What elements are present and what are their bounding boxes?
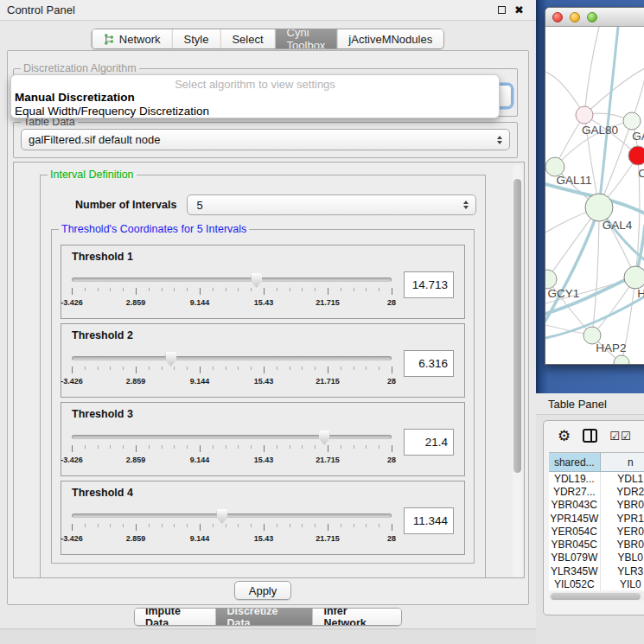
tick-label: 9.144 (190, 456, 210, 464)
network-node-c[interactable] (628, 146, 644, 165)
threshold-slider-1[interactable]: -3.4262.8599.14415.4321.71528 (72, 273, 392, 311)
table-cell: YLR3 (601, 564, 644, 577)
table-data-combobox[interactable]: galFiltered.sif default node (21, 129, 510, 150)
table-cell: YDL1 (601, 472, 644, 485)
minimize-window-icon[interactable] (570, 12, 580, 22)
zoom-window-icon[interactable] (587, 12, 597, 22)
table-row[interactable]: YDR27...YDR2 (549, 485, 644, 498)
network-node[interactable] (614, 355, 629, 365)
table-row[interactable]: YBR045CYBR0 (549, 538, 644, 551)
tab-select[interactable]: Select (220, 29, 275, 48)
control-panel-titlebar: Control Panel ✖ (0, 0, 536, 21)
float-panel-icon[interactable] (498, 6, 506, 14)
table-row[interactable]: YBR043CYBR0 (549, 499, 644, 512)
table-cell: YDR2 (601, 485, 644, 498)
table-row[interactable]: YIL052CYIL0 (549, 577, 644, 590)
right-side: GAL80GACGAL11GAL4GCY1HHAP2 Table Panel ⚙… (536, 0, 644, 644)
network-node-gcy1[interactable] (545, 270, 557, 289)
table-data-group: Table Data galFiltered.sif default node (13, 122, 518, 158)
checkbox-icons[interactable]: ☑☑ (609, 430, 631, 443)
settings-vertical-scrollbar[interactable] (513, 164, 522, 577)
threshold-value-field[interactable]: 6.316 (404, 350, 454, 377)
tab-label: Cyni Toolbox (287, 29, 326, 49)
node-label: GCY1 (548, 287, 580, 300)
tick-label: 9.144 (190, 298, 210, 307)
interval-definition-label: Interval Definition (48, 169, 137, 181)
slider-track[interactable] (72, 513, 392, 518)
table-row[interactable]: YLR345WYLR3 (549, 564, 644, 577)
close-panel-icon[interactable]: ✖ (514, 4, 524, 16)
tab-impute-data[interactable]: Impute Data (135, 609, 216, 625)
slider-track[interactable] (72, 435, 392, 439)
panel-title: Control Panel (7, 3, 498, 16)
threshold-slider-4[interactable]: -3.4262.8599.14415.4321.71528 (72, 509, 392, 547)
thresholds-group: Threshold's Coordinates for 5 Intervals … (51, 229, 475, 564)
network-node-gal4[interactable] (585, 194, 613, 221)
close-window-icon[interactable] (552, 12, 563, 22)
tick-label: 28 (387, 377, 396, 386)
table-cell: YDR27... (549, 485, 601, 498)
algorithm-option-equal-width[interactable]: Equal Width/Frequency Discretization (13, 105, 497, 118)
tab-discretize-data[interactable]: Discretize Data (216, 609, 313, 625)
number-of-intervals-spinner[interactable]: 5 (187, 194, 476, 215)
threshold-value-field[interactable]: 11.344 (404, 507, 454, 534)
tab-cyni-toolbox[interactable]: Cyni Toolbox (276, 29, 338, 48)
threshold-value-field[interactable]: 14.713 (404, 271, 454, 298)
threshold-box-2: Threshold 2-3.4262.8599.14415.4321.71528… (61, 323, 465, 398)
tab-jactivemnodules[interactable]: jActiveMNodules (337, 29, 443, 48)
table-cell: YER054C (549, 525, 601, 538)
table-row[interactable]: YBL079WYBL0 (549, 552, 644, 564)
table-row[interactable]: YER054CYER0 (549, 525, 644, 538)
threshold-slider-2[interactable]: -3.4262.8599.14415.4321.71528 (72, 352, 392, 390)
threshold-value-field[interactable]: 21.4 (404, 429, 454, 456)
column-header-n[interactable]: n (601, 453, 644, 471)
tick-label: -3.426 (61, 377, 83, 386)
columns-icon[interactable] (583, 429, 597, 443)
apply-button[interactable]: Apply (234, 581, 291, 600)
bottom-tab-strip: Impute DataDiscretize DataInfer Network (134, 608, 402, 626)
scrollbar-thumb[interactable] (551, 593, 641, 600)
table-horizontal-scrollbar[interactable] (549, 592, 644, 601)
threshold-label: Threshold 4 (72, 487, 454, 499)
tab-label: Network (119, 33, 161, 46)
node-label: GAL4 (603, 219, 633, 232)
network-canvas[interactable]: GAL80GACGAL11GAL4GCY1HHAP2 (545, 27, 644, 365)
tab-network[interactable]: Network (92, 29, 173, 48)
slider-thumb[interactable] (319, 430, 330, 445)
table-row[interactable]: YPR145WYPR1 (549, 512, 644, 525)
tick-label: 2.859 (126, 534, 146, 543)
tab-style[interactable]: Style (173, 29, 221, 48)
algorithm-option-manual[interactable]: Manual Discretization (13, 91, 497, 105)
network-node-ga[interactable] (623, 112, 641, 130)
table-row[interactable]: YDL19...YDL1 (549, 472, 644, 485)
slider-track[interactable] (72, 356, 392, 360)
spinner-arrows-icon (463, 201, 469, 209)
tick-label: 15.43 (254, 377, 274, 386)
slider-thumb[interactable] (251, 273, 262, 288)
tick-label: 21.715 (316, 298, 340, 307)
top-tab-strip: NetworkStyleSelectCyni ToolboxjActiveMNo… (92, 29, 444, 49)
gear-icon[interactable]: ⚙ (558, 429, 571, 443)
scrollbar-thumb[interactable] (513, 179, 521, 473)
tick-label: 9.144 (190, 534, 210, 543)
table-cell: YPR1 (601, 512, 644, 525)
slider-track[interactable] (72, 277, 392, 282)
tab-label: Select (232, 33, 263, 46)
node-table[interactable]: shared...n YDL19...YDL1YDR27...YDR2YBR04… (549, 452, 644, 590)
network-node[interactable] (576, 106, 593, 124)
threshold-slider-3[interactable]: -3.4262.8599.14415.4321.71528 (72, 430, 392, 469)
slider-thumb[interactable] (165, 352, 176, 367)
tab-label: Discretize Data (226, 608, 302, 626)
network-view-window: GAL80GACGAL11GAL4GCY1HHAP2 (545, 7, 644, 365)
network-node-h[interactable] (624, 266, 644, 289)
node-label: C (638, 167, 644, 180)
panel-footer (0, 628, 536, 644)
column-header-shared[interactable]: shared... (549, 453, 601, 471)
interval-definition-group: Interval Definition Number of Intervals … (40, 175, 486, 578)
table-cell: YIL052C (549, 577, 601, 590)
tab-infer-network[interactable]: Infer Network (313, 609, 401, 625)
tab-label: Infer Network (323, 608, 391, 626)
tick-label: 21.715 (316, 456, 340, 464)
slider-thumb[interactable] (216, 509, 227, 524)
tick-label: 2.859 (126, 456, 146, 464)
